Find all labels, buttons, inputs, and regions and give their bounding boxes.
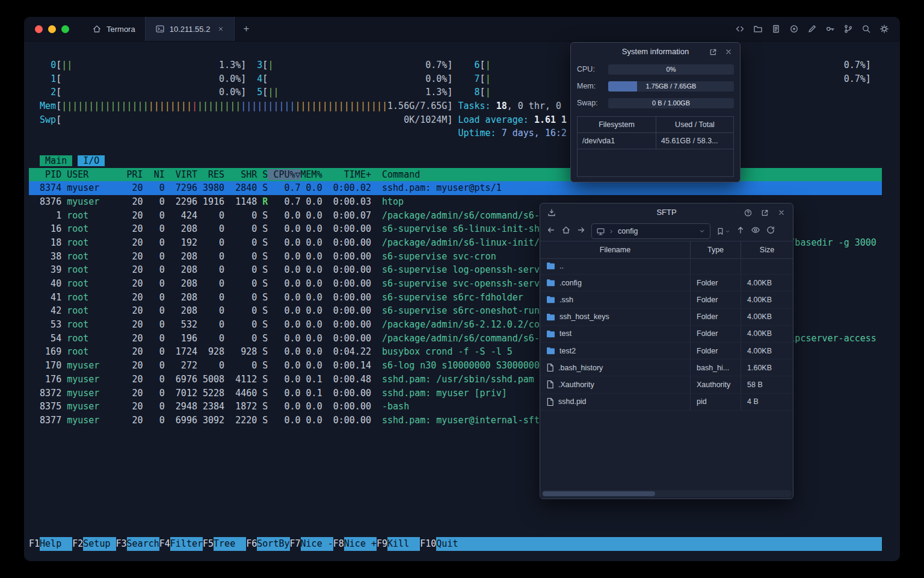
open-external-icon[interactable] (707, 46, 718, 57)
file-name: test2 (559, 347, 576, 355)
sftp-file-row[interactable]: testFolder4.00KB (540, 326, 793, 343)
open-external-icon[interactable] (759, 207, 770, 218)
bookmark-icon[interactable] (716, 227, 730, 236)
horizontal-scrollbar[interactable] (541, 490, 792, 497)
branch-icon[interactable] (841, 22, 855, 36)
terminal-line (29, 140, 882, 154)
terminal-line: Mem[||||||||||||||||||||||||||||||||||||… (29, 99, 882, 113)
forward-icon[interactable] (576, 225, 586, 237)
fkey-label[interactable]: Search (127, 537, 159, 551)
sftp-file-row[interactable]: .XauthorityXauthority58 B (540, 376, 793, 393)
filesystem-row[interactable]: /dev/vda1 45.61GB / 58.3... (578, 133, 733, 149)
sftp-file-row[interactable]: test2Folder4.00KB (540, 343, 793, 359)
code-icon[interactable] (733, 22, 747, 36)
folder-icon (546, 313, 555, 321)
fkey-label[interactable]: Tree (214, 537, 246, 551)
fkey-label[interactable]: SortBy (257, 537, 289, 551)
fkey-label[interactable]: Kill (387, 537, 420, 551)
sftp-file-row[interactable]: .bash_historybash_hi...1.60KB (540, 359, 793, 376)
help-icon[interactable] (742, 207, 753, 218)
file-size: 58 B (741, 376, 793, 393)
folder-icon (546, 262, 555, 270)
sftp-file-row[interactable]: ssh_host_keysFolder4.00KB (540, 309, 793, 326)
refresh-icon[interactable] (766, 225, 775, 237)
minimize-window-button[interactable] (48, 25, 56, 33)
up-directory-icon[interactable] (736, 225, 745, 237)
fkey-label[interactable]: Filter (170, 537, 203, 551)
window-tab-bar: Termora 10.211.55.2 + (24, 17, 900, 42)
col-type[interactable]: Type (691, 241, 741, 258)
file-type: Folder (691, 291, 741, 308)
window-toolbar (733, 17, 900, 41)
fkey: F10 (420, 537, 436, 551)
file-type: Folder (691, 309, 741, 325)
file-name: ssh_host_keys (559, 312, 609, 321)
terminal-icon (155, 24, 165, 34)
desktop: { "colors":{ "term_bg":"#131826","chrome… (0, 0, 924, 578)
tab-termora-home[interactable]: Termora (82, 17, 145, 41)
mem-bar: 1.75GB / 7.65GB (608, 81, 734, 92)
key-icon[interactable] (823, 22, 837, 36)
col-size[interactable]: Size (741, 241, 793, 258)
new-tab-button[interactable]: + (235, 17, 257, 41)
sftp-toolbar: config (540, 222, 793, 241)
download-icon[interactable] (546, 207, 557, 218)
path-bar[interactable]: config (591, 223, 710, 239)
settings-icon[interactable] (877, 22, 892, 36)
fkey-label[interactable]: Nice + (344, 537, 377, 551)
zoom-window-button[interactable] (61, 25, 69, 33)
file-size: 4.00KB (741, 309, 793, 325)
file-size: 4.00KB (741, 326, 793, 342)
terminal-line: Swp[ 0K/1024M] Load average: 1.61 1 (29, 113, 882, 127)
sftp-panel: SFTP config Filename Type (540, 203, 793, 499)
home-icon[interactable] (561, 225, 571, 237)
close-icon[interactable] (776, 207, 787, 218)
close-icon[interactable] (723, 46, 734, 57)
terminal-line: Uptime: 7 days, 16:2 (29, 126, 882, 140)
col-filename[interactable]: Filename (540, 241, 691, 258)
search-icon[interactable] (859, 22, 873, 36)
fkey: F5 (203, 537, 214, 551)
fkey-label[interactable]: Help (40, 537, 72, 551)
fkey-label[interactable]: Quit (436, 537, 469, 551)
sftp-file-row[interactable]: .. (540, 258, 793, 275)
swap-label: Swap: (577, 99, 598, 107)
fs-col-used-total: Used / Total (656, 117, 733, 132)
close-window-button[interactable] (35, 25, 43, 33)
fkey: F7 (290, 537, 301, 551)
tab-ssh-session[interactable]: 10.211.55.2 (145, 17, 235, 41)
file-size: 1.60KB (741, 359, 793, 376)
computer-icon (596, 227, 605, 236)
process-row[interactable]: 8374 myuser 20 0 7296 3980 2840 S 0.7 0.… (29, 181, 882, 195)
record-icon[interactable] (787, 22, 801, 36)
fkey: F2 (72, 537, 83, 551)
eye-icon[interactable] (751, 225, 760, 237)
file-name: .config (559, 279, 582, 287)
sftp-file-row[interactable]: sshd.pidpid4 B (540, 394, 793, 411)
app-window: Termora 10.211.55.2 + 0[|| 1 (24, 17, 900, 561)
folder-icon (546, 330, 555, 338)
chevron-down-icon[interactable] (698, 228, 706, 235)
scrollbar-thumb[interactable] (543, 491, 655, 496)
sftp-file-row[interactable]: .sshFolder4.00KB (540, 291, 793, 308)
file-name: .Xauthority (558, 381, 594, 389)
chevron-right-icon (608, 228, 615, 235)
fkey-label[interactable]: Nice - (301, 537, 333, 551)
folder-icon[interactable] (751, 22, 765, 36)
file-type: Folder (691, 343, 741, 359)
file-name: sshd.pid (558, 397, 587, 406)
notes-icon[interactable] (769, 22, 783, 36)
fkey: F4 (159, 537, 170, 551)
fkey: F6 (246, 537, 257, 551)
fkey-label[interactable]: Setup (83, 537, 116, 551)
filesystem-table: Filesystem Used / Total /dev/vda1 45.61G… (577, 116, 734, 177)
fs-col-filesystem: Filesystem (578, 117, 656, 132)
back-icon[interactable] (546, 225, 556, 237)
process-table-header: PID USER PRI NI VIRT RES SHR S CPU%▽MEM%… (29, 168, 882, 182)
file-name: .. (559, 262, 564, 270)
sftp-file-row[interactable]: .configFolder4.00KB (540, 275, 793, 291)
home-icon (92, 24, 102, 34)
close-tab-icon[interactable] (217, 25, 224, 33)
pencil-icon[interactable] (805, 22, 819, 36)
file-type: Xauthority (691, 376, 741, 393)
